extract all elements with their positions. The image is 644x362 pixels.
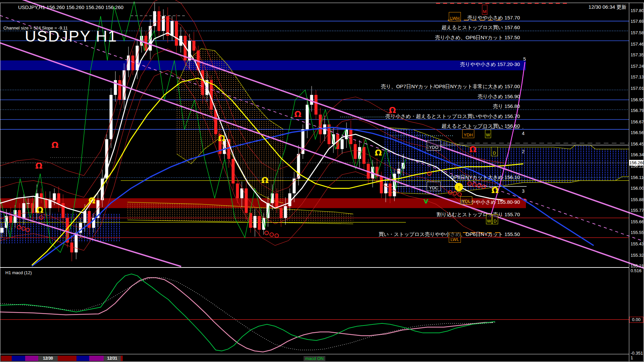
price-axis-tick: 155.435 bbox=[631, 241, 644, 246]
period-marker-box-lwl[interactable]: LWL bbox=[449, 233, 461, 243]
bar-count-label: 1 bbox=[631, 355, 633, 360]
fractal-circle-icon: ↓ bbox=[468, 182, 472, 186]
window-top-border bbox=[0, 3, 644, 3]
period-marker-box-m[interactable]: M bbox=[482, 5, 487, 15]
buy-signal-icon: Ω bbox=[491, 185, 498, 195]
macd-pink-line bbox=[0, 278, 493, 352]
macd-axis-tick: -0.351 bbox=[631, 351, 643, 356]
price-annotation: 買い・ストップロス売りやや小さめ、OP6日NYカット 155.50 bbox=[0, 231, 520, 237]
price-axis-tick: 155.775 bbox=[631, 208, 644, 213]
price-annotation: 売り、OP7日NYカット/OP8日NYカット非常に大きめ 157.00 bbox=[0, 83, 520, 89]
fractal-circle-icon: ↓ bbox=[275, 234, 279, 238]
candle-body bbox=[350, 129, 353, 144]
macd-on-toggle[interactable]: macd ON bbox=[304, 356, 325, 361]
buy-signal-icon: Ω bbox=[261, 175, 268, 185]
candle-body bbox=[262, 218, 265, 230]
buy-signal-icon: Ω bbox=[218, 133, 225, 143]
period-marker-box-w[interactable]: W bbox=[485, 130, 491, 138]
wave-count-number: 2 bbox=[522, 149, 525, 154]
wave-count-number: 3 bbox=[522, 188, 525, 194]
fractal-circle-icon: ↓ bbox=[265, 231, 269, 235]
fractal-circle-icon: ↓ bbox=[427, 172, 432, 176]
price-axis-tick: 157.015 bbox=[631, 86, 644, 91]
fractal-circle-icon: ↓ bbox=[17, 225, 21, 230]
price-annotation: 売りやや小さめ 157.70 bbox=[0, 15, 520, 21]
timeline-segment[interactable] bbox=[25, 356, 38, 361]
buy-signal-icon: Ω bbox=[88, 196, 95, 205]
timeline-segment[interactable] bbox=[89, 356, 104, 361]
sell-signal-icon: Ω bbox=[51, 140, 58, 150]
candle-body bbox=[5, 216, 8, 228]
price-axis-tick: 155.320 bbox=[631, 253, 644, 258]
timeline-segment[interactable] bbox=[58, 356, 76, 361]
period-marker-box-ydo[interactable]: YDO bbox=[427, 140, 441, 150]
candle-body bbox=[254, 216, 257, 228]
last-updated-timestamp: 12/30 06:34 更新 bbox=[589, 4, 627, 10]
chart-title: USDJPY,H1 156.260 156.260 156.260 156.26… bbox=[18, 4, 123, 10]
price-axis-tick: 157.130 bbox=[631, 74, 644, 79]
fractal-circle-icon: ↓ bbox=[477, 184, 481, 188]
timeline-segment[interactable] bbox=[1, 356, 12, 361]
up-arrow-disc-icon: ↑ bbox=[455, 183, 463, 191]
price-annotation: 売り 156.80 bbox=[0, 103, 520, 109]
candle-body bbox=[389, 183, 392, 196]
candle-body bbox=[363, 147, 366, 164]
price-axis-tick: 157.355 bbox=[631, 52, 644, 57]
timeline-bottom-border bbox=[0, 361, 644, 362]
fractal-circle-icon: ↓ bbox=[458, 192, 462, 197]
candle-body bbox=[258, 216, 261, 230]
fractal-circle-icon: ↓ bbox=[453, 191, 457, 196]
period-marker-box-ydc[interactable]: YDC bbox=[427, 182, 441, 191]
price-axis-tick: 155.660 bbox=[631, 219, 644, 224]
price-annotation: 超えるとストップロス買い 157.60 bbox=[0, 24, 520, 31]
price-axis-tick: 157.580 bbox=[631, 30, 644, 35]
sell-signal-icon: Ω bbox=[294, 109, 301, 119]
timeline-date-segment[interactable]: 12/30 bbox=[38, 356, 58, 361]
candle-body bbox=[354, 144, 357, 159]
macd-signal-dotted-line bbox=[0, 278, 495, 350]
sell-signal-icon: Ω bbox=[389, 105, 396, 115]
window-left-border bbox=[0, 3, 0, 361]
chart-canvas[interactable] bbox=[0, 0, 644, 362]
candle-body bbox=[384, 183, 387, 193]
price-axis-tick: 156.790 bbox=[631, 108, 644, 113]
period-marker-box-d[interactable]: D bbox=[492, 214, 498, 224]
period-marker-box-lwh[interactable]: LWH bbox=[449, 12, 461, 21]
macd-axis-tick: 0.516 bbox=[631, 268, 642, 273]
price-axis-tick: 156.675 bbox=[631, 119, 644, 124]
fractal-circle-icon: ↓ bbox=[270, 233, 274, 237]
price-axis-tick: 157.465 bbox=[631, 42, 644, 47]
panel-divider[interactable] bbox=[0, 267, 629, 268]
sell-signal-icon: Ω bbox=[35, 161, 42, 171]
price-axis-tick: 157.695 bbox=[631, 19, 644, 24]
price-annotation: 割り込むとストップロス売り 155.70 bbox=[0, 212, 520, 218]
price-axis-tick: 155.885 bbox=[631, 197, 644, 202]
sell-signal-icon: Ω bbox=[469, 144, 476, 154]
fractal-circle-icon: ↓ bbox=[21, 227, 26, 231]
fractal-circle-icon: ↓ bbox=[482, 185, 486, 189]
band-annotation: 買いやや小さめ 155.80-90 bbox=[0, 199, 520, 205]
timeline-segment[interactable] bbox=[12, 356, 25, 361]
wave-count-number: 5 bbox=[523, 56, 526, 62]
macd-green-line bbox=[0, 274, 495, 351]
period-marker-box-ydh[interactable]: YDH bbox=[462, 129, 474, 138]
price-axis-tick: 156.000 bbox=[631, 186, 644, 191]
price-annotation: 売り小さめ 156.90 bbox=[0, 94, 520, 100]
price-annotation: 売り小さめ、OP6日NYカット 157.50 bbox=[0, 35, 520, 41]
green-check-icon: V bbox=[424, 198, 428, 205]
price-axis-tick: 157.240 bbox=[631, 64, 644, 69]
price-axis-tick: 156.340 bbox=[631, 152, 644, 157]
timeline-segment[interactable] bbox=[76, 356, 89, 361]
current-price-box: 156.260 bbox=[629, 160, 644, 166]
period-marker-box-w[interactable]: W bbox=[486, 214, 492, 224]
buy-signal-icon: Ω bbox=[375, 148, 382, 158]
candle-body bbox=[302, 129, 305, 154]
timeline-date-segment[interactable]: 12/31 bbox=[104, 356, 121, 361]
period-marker-box-d[interactable]: D bbox=[491, 147, 498, 156]
price-axis-separator[interactable] bbox=[629, 3, 629, 361]
timeline-segment[interactable] bbox=[123, 356, 629, 361]
candle-body bbox=[341, 139, 344, 149]
period-marker-box-ydl[interactable]: YDL bbox=[460, 196, 472, 204]
candle-body bbox=[236, 183, 239, 198]
candle-body bbox=[293, 179, 296, 193]
